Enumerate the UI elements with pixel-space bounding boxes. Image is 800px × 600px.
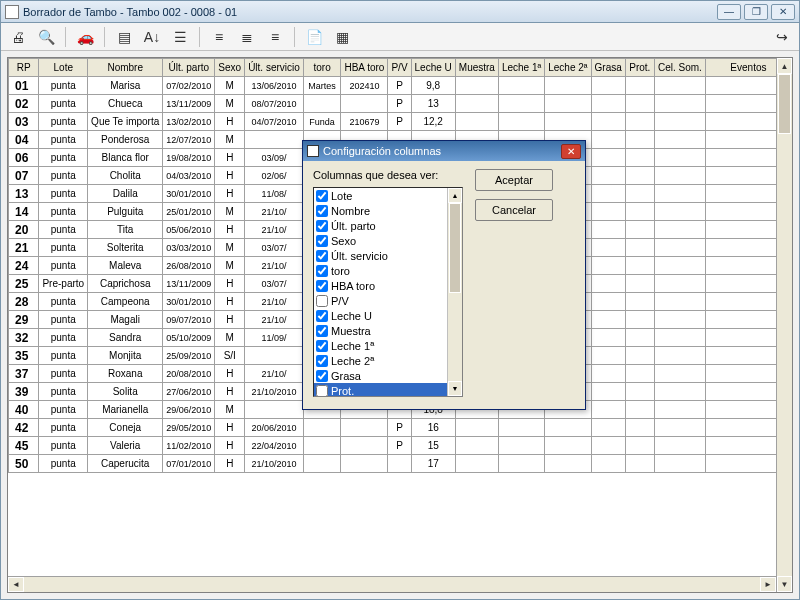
sort-icon[interactable]: A↓ — [141, 26, 163, 48]
cell[interactable] — [625, 239, 654, 257]
accept-button[interactable]: Aceptar — [475, 169, 553, 191]
find-icon[interactable]: 🔍 — [35, 26, 57, 48]
cell[interactable]: 40 — [9, 401, 39, 419]
cell[interactable]: 32 — [9, 329, 39, 347]
column-header[interactable]: Cel. Som. — [654, 59, 705, 77]
cell[interactable] — [654, 113, 705, 131]
cell[interactable] — [591, 383, 625, 401]
cell[interactable] — [654, 383, 705, 401]
cell[interactable] — [591, 275, 625, 293]
cell[interactable]: 07 — [9, 167, 39, 185]
align-center-icon[interactable]: ≣ — [236, 26, 258, 48]
column-checkbox[interactable] — [316, 220, 328, 232]
cell[interactable]: 20/08/2010 — [163, 365, 215, 383]
column-header[interactable]: RP — [9, 59, 39, 77]
cell[interactable] — [591, 149, 625, 167]
cell[interactable]: 03/07/ — [245, 239, 304, 257]
copy-icon[interactable]: 📄 — [303, 26, 325, 48]
cell[interactable]: H — [215, 149, 245, 167]
cell[interactable]: 21/10/2010 — [245, 455, 304, 473]
cell[interactable] — [654, 221, 705, 239]
cell[interactable]: 02/06/ — [245, 167, 304, 185]
cell[interactable] — [625, 185, 654, 203]
cell[interactable]: 25/09/2010 — [163, 347, 215, 365]
cell[interactable]: M — [215, 77, 245, 95]
cell[interactable] — [591, 95, 625, 113]
cell[interactable]: 12,2 — [411, 113, 455, 131]
maximize-button[interactable]: ❐ — [744, 4, 768, 20]
column-header[interactable]: Sexo — [215, 59, 245, 77]
cell[interactable]: 22/04/2010 — [245, 437, 304, 455]
cell[interactable]: 20/06/2010 — [245, 419, 304, 437]
cell[interactable] — [303, 437, 341, 455]
column-checkbox[interactable] — [316, 325, 328, 337]
column-header[interactable]: Grasa — [591, 59, 625, 77]
cell[interactable]: punta — [39, 95, 88, 113]
cell[interactable]: 04/07/2010 — [245, 113, 304, 131]
cell[interactable] — [654, 311, 705, 329]
cell[interactable] — [625, 347, 654, 365]
cell[interactable] — [654, 455, 705, 473]
column-option[interactable]: Leche 1ª — [314, 338, 462, 353]
table-row[interactable]: 03puntaQue Te importa13/02/2010H04/07/20… — [9, 113, 792, 131]
cell[interactable]: Marisa — [88, 77, 163, 95]
dialog-close-button[interactable]: ✕ — [561, 144, 581, 159]
cell[interactable] — [625, 437, 654, 455]
scroll-right-icon[interactable]: ► — [760, 577, 776, 592]
column-checkbox[interactable] — [316, 205, 328, 217]
cell[interactable] — [654, 95, 705, 113]
cell[interactable]: 37 — [9, 365, 39, 383]
align-right-icon[interactable]: ≡ — [264, 26, 286, 48]
cell[interactable] — [591, 239, 625, 257]
cell[interactable]: H — [215, 275, 245, 293]
cell[interactable]: M — [215, 239, 245, 257]
cell[interactable] — [591, 365, 625, 383]
cell[interactable]: Magali — [88, 311, 163, 329]
cell[interactable]: 27/06/2010 — [163, 383, 215, 401]
cell[interactable]: punta — [39, 113, 88, 131]
horizontal-scrollbar[interactable]: ◄ ► — [8, 576, 776, 592]
cell[interactable] — [455, 437, 498, 455]
cell[interactable] — [498, 77, 544, 95]
column-option[interactable]: Últ. parto — [314, 218, 462, 233]
column-header[interactable]: toro — [303, 59, 341, 77]
column-option[interactable]: Lote — [314, 188, 462, 203]
cell[interactable]: Funda — [303, 113, 341, 131]
cell[interactable]: 11/08/ — [245, 185, 304, 203]
minimize-button[interactable]: — — [717, 4, 741, 20]
cell[interactable]: M — [215, 95, 245, 113]
cell[interactable]: H — [215, 419, 245, 437]
cell[interactable]: 01 — [9, 77, 39, 95]
cell[interactable] — [654, 77, 705, 95]
cell[interactable] — [591, 293, 625, 311]
cell[interactable]: punta — [39, 293, 88, 311]
cell[interactable]: H — [215, 365, 245, 383]
cell[interactable]: 21/10/ — [245, 293, 304, 311]
cell[interactable]: 05/10/2009 — [163, 329, 215, 347]
cell[interactable] — [245, 401, 304, 419]
align-left-icon[interactable]: ≡ — [208, 26, 230, 48]
car-icon[interactable]: 🚗 — [74, 26, 96, 48]
cell[interactable]: Valeria — [88, 437, 163, 455]
cell[interactable]: punta — [39, 149, 88, 167]
close-button[interactable]: ✕ — [771, 4, 795, 20]
cell[interactable] — [625, 383, 654, 401]
cell[interactable]: M — [215, 203, 245, 221]
cell[interactable] — [591, 257, 625, 275]
cell[interactable]: Dalila — [88, 185, 163, 203]
cell[interactable]: Blanca flor — [88, 149, 163, 167]
cell[interactable] — [388, 455, 411, 473]
cell[interactable]: 29/06/2010 — [163, 401, 215, 419]
cell[interactable]: H — [215, 383, 245, 401]
cell[interactable]: H — [215, 185, 245, 203]
column-header[interactable]: Leche U — [411, 59, 455, 77]
cell[interactable]: 21/10/ — [245, 203, 304, 221]
column-checkbox[interactable] — [316, 190, 328, 202]
cell[interactable] — [625, 167, 654, 185]
scroll-down-icon[interactable]: ▼ — [777, 576, 792, 592]
cell[interactable]: P — [388, 113, 411, 131]
column-option[interactable]: HBA toro — [314, 278, 462, 293]
column-header[interactable]: HBA toro — [341, 59, 388, 77]
cell[interactable]: 09/07/2010 — [163, 311, 215, 329]
cell[interactable]: Martes — [303, 77, 341, 95]
